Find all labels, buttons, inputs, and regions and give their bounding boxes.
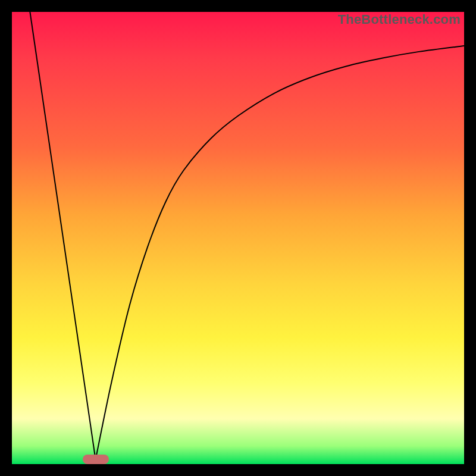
- chart-frame: TheBottleneck.com: [0, 0, 476, 476]
- optimum-marker: [83, 455, 109, 464]
- bottleneck-curve-right: [96, 46, 464, 459]
- plot-area: TheBottleneck.com: [12, 12, 464, 464]
- curve-layer: [12, 12, 464, 464]
- bottleneck-curve-left: [30, 12, 95, 459]
